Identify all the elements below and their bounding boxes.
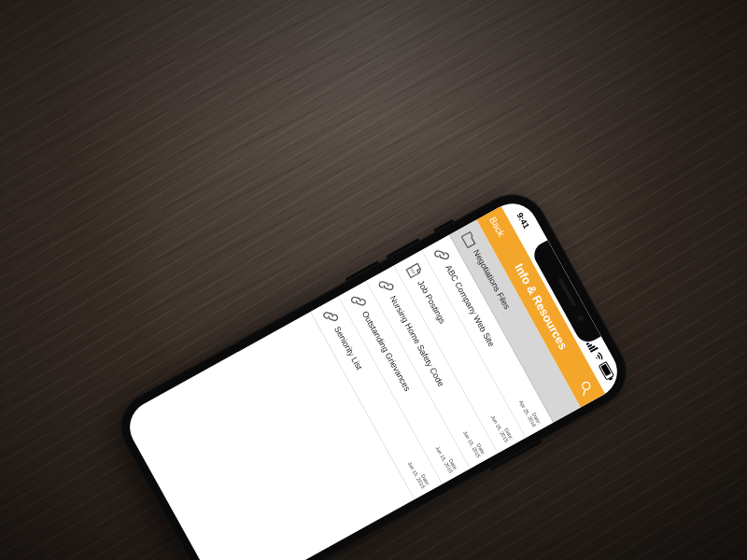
wifi-icon xyxy=(592,351,605,364)
speaker xyxy=(557,277,576,307)
svg-line-1 xyxy=(582,390,586,395)
battery-icon xyxy=(599,361,614,381)
svg-text:DOC: DOC xyxy=(409,267,416,275)
svg-point-0 xyxy=(581,381,591,391)
desk-background: 9:41 Back Info & Resources xyxy=(0,0,747,560)
front-camera xyxy=(576,314,585,323)
status-time: 9:41 xyxy=(514,211,530,231)
